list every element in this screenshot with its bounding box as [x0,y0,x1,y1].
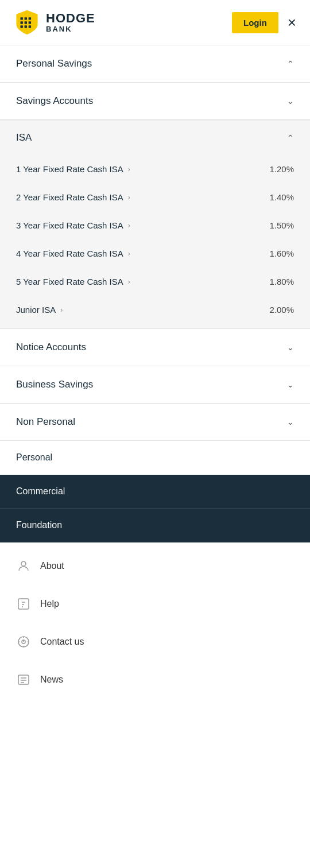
svg-rect-2 [29,17,31,20]
isa-item[interactable]: Junior ISA › 2.00% [0,296,310,324]
bottom-link-contact-us[interactable]: Contact us [0,623,310,661]
news-icon [16,672,31,687]
isa-item-chevron-icon: › [60,306,63,314]
header: HODGE BANK Login × [0,0,310,45]
isa-item-rate: 1.40% [269,192,294,202]
logo-bank: BANK [46,25,95,33]
isa-item-left: 4 Year Fixed Rate Cash ISA › [16,249,130,258]
isa-header[interactable]: ISA ⌃ [0,121,310,155]
savings-accounts-chevron-icon: ⌄ [287,96,294,106]
isa-item-left: 3 Year Fixed Rate Cash ISA › [16,220,130,230]
bottom-link-label: Contact us [40,637,84,647]
dark-nav-section: PersonalCommercialFoundation [0,441,310,542]
savings-accounts-label: Savings Accounts [16,95,93,107]
personal-savings-section: Personal Savings ⌃ [0,45,310,83]
isa-item-left: 2 Year Fixed Rate Cash ISA › [16,192,130,202]
close-button[interactable]: × [288,15,296,30]
svg-rect-3 [21,21,23,24]
isa-item-label: 2 Year Fixed Rate Cash ISA [16,192,123,202]
isa-item-label: 3 Year Fixed Rate Cash ISA [16,220,123,230]
isa-label: ISA [16,132,32,144]
logo-hodge: HODGE [46,11,95,25]
non-personal-label: Non Personal [16,416,75,428]
bottom-link-label: About [40,561,64,571]
isa-item-label: Junior ISA [16,305,56,315]
isa-item-rate: 1.20% [269,164,294,174]
login-button[interactable]: Login [232,12,278,33]
notice-accounts-label: Notice Accounts [16,342,86,353]
logo-text: HODGE BANK [46,11,95,33]
isa-item-chevron-icon: › [128,222,130,230]
isa-item-label: 1 Year Fixed Rate Cash ISA [16,164,123,174]
isa-item-rate: 1.60% [269,249,294,258]
isa-item-left: 5 Year Fixed Rate Cash ISA › [16,277,130,286]
notice-accounts-section: Notice Accounts ⌄ [0,329,310,366]
person-icon [16,559,31,574]
header-right: Login × [232,12,296,33]
isa-item[interactable]: 1 Year Fixed Rate Cash ISA › 1.20% [0,155,310,183]
isa-section: ISA ⌃ 1 Year Fixed Rate Cash ISA › 1.20%… [0,120,310,329]
isa-item-chevron-icon: › [128,193,130,202]
svg-rect-0 [21,17,23,20]
svg-rect-1 [25,17,27,20]
svg-rect-7 [25,25,27,28]
svg-rect-4 [25,21,27,24]
business-savings-item[interactable]: Business Savings ⌄ [0,366,310,403]
phone-icon [16,634,31,649]
isa-item-chevron-icon: › [128,278,130,286]
hodge-shield-icon [14,9,40,36]
svg-rect-6 [21,25,23,28]
non-personal-item[interactable]: Non Personal ⌄ [0,404,310,440]
help-icon [16,596,31,611]
isa-chevron-icon: ⌃ [287,133,294,142]
bottom-link-about[interactable]: About [0,547,310,585]
isa-item-rate: 1.80% [269,277,294,286]
bottom-link-help[interactable]: Help [0,585,310,623]
isa-item[interactable]: 5 Year Fixed Rate Cash ISA › 1.80% [0,268,310,296]
isa-item-chevron-icon: › [128,250,130,258]
personal-savings-item[interactable]: Personal Savings ⌃ [0,45,310,82]
notice-accounts-chevron-icon: ⌄ [287,343,294,352]
logo: HODGE BANK [14,9,95,36]
non-personal-section: Non Personal ⌄ [0,404,310,441]
svg-point-9 [21,561,26,566]
isa-item-rate: 2.00% [269,305,294,315]
isa-item[interactable]: 2 Year Fixed Rate Cash ISA › 1.40% [0,183,310,211]
business-savings-chevron-icon: ⌄ [287,380,294,389]
isa-item-chevron-icon: › [128,165,130,173]
personal-savings-chevron-icon: ⌃ [287,59,294,68]
isa-item[interactable]: 3 Year Fixed Rate Cash ISA › 1.50% [0,211,310,239]
business-savings-section: Business Savings ⌄ [0,366,310,404]
svg-rect-10 [18,599,29,609]
bottom-link-label: News [40,675,63,685]
svg-rect-5 [29,21,31,24]
savings-accounts-section: Savings Accounts ⌄ [0,83,310,120]
non-personal-chevron-icon: ⌄ [287,417,294,427]
bottom-link-label: Help [40,599,59,609]
dark-nav-item-commercial[interactable]: Commercial [0,475,310,509]
notice-accounts-item[interactable]: Notice Accounts ⌄ [0,329,310,366]
bottom-link-news[interactable]: News [0,661,310,699]
isa-item[interactable]: 4 Year Fixed Rate Cash ISA › 1.60% [0,239,310,268]
personal-savings-label: Personal Savings [16,58,92,69]
savings-accounts-item[interactable]: Savings Accounts ⌄ [0,83,310,119]
svg-rect-8 [29,25,31,28]
isa-item-label: 4 Year Fixed Rate Cash ISA [16,249,123,258]
isa-items-list: 1 Year Fixed Rate Cash ISA › 1.20% 2 Yea… [0,155,310,328]
dark-nav-item-personal[interactable]: Personal [0,441,310,475]
bottom-links-section: About Help Contact us News [0,542,310,703]
isa-item-label: 5 Year Fixed Rate Cash ISA [16,277,123,286]
isa-item-left: Junior ISA › [16,305,63,315]
isa-item-rate: 1.50% [269,220,294,230]
dark-nav-item-foundation[interactable]: Foundation [0,509,310,542]
isa-item-left: 1 Year Fixed Rate Cash ISA › [16,164,130,174]
business-savings-label: Business Savings [16,379,93,390]
